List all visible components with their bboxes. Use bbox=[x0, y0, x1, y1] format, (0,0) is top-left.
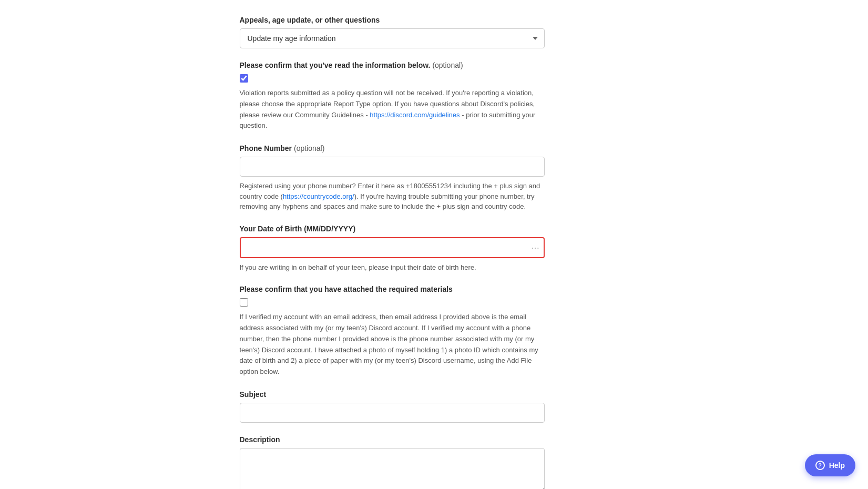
dob-input-wrapper: ⋯ bbox=[240, 237, 545, 258]
help-button-label: Help bbox=[829, 461, 845, 470]
phone-hint: Registered using your phone number? Ente… bbox=[240, 181, 545, 212]
description-label: Description bbox=[240, 435, 629, 444]
countrycode-link[interactable]: https://countrycode.org/ bbox=[283, 192, 354, 200]
confirm-read-checkbox-wrapper bbox=[240, 74, 629, 83]
description-textarea[interactable] bbox=[240, 448, 545, 489]
dob-section: Your Date of Birth (MM/DD/YYYY) ⋯ If you… bbox=[240, 225, 629, 273]
subject-section: Subject bbox=[240, 390, 629, 423]
dob-label: Your Date of Birth (MM/DD/YYYY) bbox=[240, 225, 629, 233]
dob-input[interactable] bbox=[240, 237, 545, 258]
appeals-select[interactable]: Update my age information Appeal a ban O… bbox=[240, 28, 545, 48]
subject-label: Subject bbox=[240, 390, 629, 399]
phone-input[interactable] bbox=[240, 157, 545, 177]
dob-hint: If you are writing in on behalf of your … bbox=[240, 262, 545, 273]
appeals-label: Appeals, age update, or other questions bbox=[240, 16, 629, 24]
guidelines-link[interactable]: https://discord.com/guidelines bbox=[370, 111, 459, 119]
confirm-materials-checkbox-wrapper bbox=[240, 298, 629, 307]
help-button[interactable]: ? Help bbox=[805, 454, 855, 476]
question-circle-icon: ? bbox=[815, 461, 825, 470]
subject-input[interactable] bbox=[240, 403, 545, 423]
confirmation-text: If I verified my account with an email a… bbox=[240, 312, 545, 378]
confirm-read-section: Please confirm that you've read the info… bbox=[240, 61, 629, 131]
confirm-materials-label: Please confirm that you have attached th… bbox=[240, 285, 629, 293]
page-container: Appeals, age update, or other questions … bbox=[229, 0, 639, 489]
confirm-read-checkbox[interactable] bbox=[240, 74, 248, 83]
confirm-read-label: Please confirm that you've read the info… bbox=[240, 61, 629, 69]
confirm-materials-checkbox[interactable] bbox=[240, 298, 248, 307]
confirm-materials-section: Please confirm that you have attached th… bbox=[240, 285, 629, 378]
phone-section: Phone Number (optional) Registered using… bbox=[240, 144, 629, 212]
appeals-section: Appeals, age update, or other questions … bbox=[240, 16, 629, 48]
description-section: Description bbox=[240, 435, 629, 489]
phone-label: Phone Number (optional) bbox=[240, 144, 629, 152]
violation-notice: Violation reports submitted as a policy … bbox=[240, 88, 545, 131]
